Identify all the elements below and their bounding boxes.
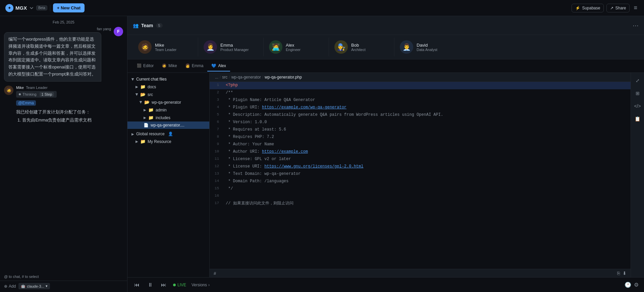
grid-button[interactable]: ⊞	[633, 88, 643, 98]
thinking-label: Thinking	[22, 92, 37, 96]
admin-folder[interactable]: ▶ 📁 admin	[127, 106, 209, 114]
hash-symbol: #	[214, 271, 216, 276]
supabase-button[interactable]: ⚡ Supabase	[572, 4, 604, 12]
live-label: LIVE	[177, 283, 186, 287]
code-line-13: 13 * Text Domain: wp-qa-generator	[210, 171, 631, 178]
current-files-label: Current chat files	[136, 77, 167, 82]
model-icon: 🤖	[21, 284, 25, 288]
member-name-mike: Mike	[155, 43, 176, 48]
wp-qa-generator-folder[interactable]: ▶ 📂 wp-qa-generator	[127, 98, 209, 106]
new-chat-button[interactable]: + New Chat	[53, 3, 85, 12]
my-resource-item[interactable]: ▶ 📁 My Resource	[127, 138, 209, 145]
code-line-7: 7 * Requires at least: 5.6	[210, 126, 631, 134]
chevron-icon: ▶	[136, 140, 138, 143]
copy-button[interactable]: ⎘	[617, 271, 620, 276]
user-message: fan yang 编写一个wordpress插件，他的主要功能是选择频道并读取频…	[4, 27, 123, 82]
model-selector[interactable]: 🤖 claude-3... ▾	[18, 283, 50, 289]
code-line-15: 15 */	[210, 185, 631, 193]
member-role-mike: Team Leader	[155, 48, 176, 52]
bottom-right: 🕐 ⚙	[625, 282, 639, 288]
member-role-alex: Engineer	[286, 48, 301, 52]
tab-emma[interactable]: 👩 Emma	[181, 61, 208, 71]
code-line-10: 10 * Author URI: https://example.com	[210, 148, 631, 156]
docs-folder[interactable]: ▶ 📁 docs	[127, 83, 209, 91]
code-line-16: 16	[210, 193, 631, 200]
bottom-bar: ⏮ ⏸ ⏭ LIVE Versions › 🕐 ⚙	[127, 277, 644, 292]
agent-name: Mike	[16, 86, 24, 90]
tab-alex[interactable]: 💙 Alex	[207, 61, 230, 71]
code-footer: # ⎘ ⬇	[210, 269, 631, 277]
team-member-alex[interactable]: 🧑‍💻 Alex Engineer	[264, 38, 329, 56]
download-button[interactable]: ⬇	[623, 271, 627, 276]
global-resource-header[interactable]: ▶ Global resource 👤	[127, 130, 209, 138]
agent-role: Team Leader	[26, 86, 47, 90]
team-member-emma[interactable]: 👩‍💼 Emma Product Manager	[198, 38, 264, 56]
divider	[50, 5, 50, 11]
chat-hint: @ to chat, # to select	[0, 273, 127, 281]
plus-icon: ⊕	[4, 284, 7, 289]
member-role-david: Data Analyst	[417, 48, 437, 52]
member-avatar-bob: 👨‍🔧	[334, 40, 348, 54]
alex-tab-icon: 💙	[211, 63, 216, 68]
chevron-icon: ▶	[135, 93, 139, 96]
file-button[interactable]: 📋	[633, 114, 643, 124]
team-member-david[interactable]: 👨‍💼 David Data Analyst	[394, 38, 460, 56]
member-avatar-alex: 🧑‍💻	[269, 40, 282, 54]
code-line-14: 14 * Domain Path: /languages	[210, 178, 631, 185]
person-icon: 👤	[168, 132, 173, 136]
share-button[interactable]: ↗ Share	[606, 4, 630, 12]
folder-icon: 📁	[148, 115, 154, 120]
next-button[interactable]: ⏭	[160, 281, 168, 289]
topbar-right: ⚡ Supabase ↗ Share ≡	[572, 3, 639, 13]
editor-icon: ⬛	[137, 63, 142, 68]
chevron-icon: ▾	[46, 284, 48, 288]
thinking-dot	[19, 93, 21, 95]
global-resource-section: ▶ Global resource 👤 ▶ 📁 My Resource	[127, 130, 209, 145]
chevron-down-icon	[30, 6, 34, 10]
src-folder[interactable]: ▶ 📂 src	[127, 91, 209, 98]
at-mention: @Emma	[16, 100, 36, 106]
current-chat-files-section: ▶ Current chat files ▶ 📁 docs ▶ 📂 src	[127, 76, 209, 129]
member-avatar-mike: 🧔	[138, 40, 152, 54]
folder-icon: 📁	[140, 139, 146, 144]
member-name-bob: Bob	[351, 43, 366, 48]
right-sidebar: ⤢ ⊞ </> 📋	[631, 73, 644, 277]
chevron-icon: ▶	[144, 116, 146, 119]
settings-button[interactable]: ≡	[632, 3, 639, 13]
code-button[interactable]: </>	[633, 101, 643, 111]
add-button[interactable]: ⊕ Add	[4, 284, 16, 289]
team-member-mike[interactable]: 🧔 Mike Team Leader	[133, 38, 198, 56]
logo-icon: ✦	[5, 4, 13, 12]
versions-button[interactable]: Versions ›	[192, 283, 210, 287]
team-member-bob[interactable]: 👨‍🔧 Bob Architect	[329, 38, 394, 56]
settings-bottom-button[interactable]: ⚙	[634, 282, 639, 288]
chat-panel: Feb 25, 2025 fan yang 编写一个wordpress插件，他的…	[0, 16, 127, 292]
prev-button[interactable]: ⏮	[133, 281, 141, 289]
includes-folder[interactable]: ▶ 📁 includes	[127, 114, 209, 121]
tab-mike[interactable]: 🧔 Mike	[158, 61, 181, 71]
code-line-11: 11 * License: GPL v2 or later	[210, 156, 631, 163]
member-avatar-david: 👨‍💼	[400, 40, 413, 54]
active-file-label: wp-qa-generator....	[151, 123, 184, 128]
right-panel: 👥 Team 5 ⋯ 🧔 Mike Team Leader 👩‍💼 Emma P…	[127, 16, 644, 292]
expand-button[interactable]: ⤢	[633, 76, 643, 86]
chevron-icon: ▶	[131, 78, 135, 81]
current-chat-files-header[interactable]: ▶ Current chat files	[127, 76, 209, 83]
pause-button[interactable]: ⏸	[146, 281, 154, 289]
member-name-david: David	[417, 43, 437, 48]
user-bubble: 编写一个wordpress插件，他的主要功能是选择频道并读取频道中每一篇文章，然…	[4, 32, 101, 82]
breadcrumb-file: wp-qa-generator.php	[265, 75, 302, 80]
code-line-12: 12 * License URI: https://www.gnu.org/li…	[210, 163, 631, 171]
code-actions: ⎘ ⬇	[617, 271, 627, 276]
logo: ✦ MGX	[5, 4, 34, 12]
history-button[interactable]: 🕐	[625, 282, 631, 288]
chat-date: Feb 25, 2025	[0, 16, 127, 27]
beta-badge: Beta	[36, 5, 47, 10]
folder-icon: 📁	[140, 84, 146, 89]
more-options-button[interactable]: ⋯	[633, 22, 639, 29]
wp-qa-php-file[interactable]: 📄 wp-qa-generator....	[127, 121, 209, 129]
folder-icon: 📂	[140, 92, 146, 97]
breadcrumb-wp-qa: wp-qa-generator	[231, 75, 261, 80]
tab-editor[interactable]: ⬛ Editor	[133, 61, 158, 71]
agent-message: 🧔 Mike Team Leader Thinking 1 Step @Emma	[4, 86, 123, 125]
